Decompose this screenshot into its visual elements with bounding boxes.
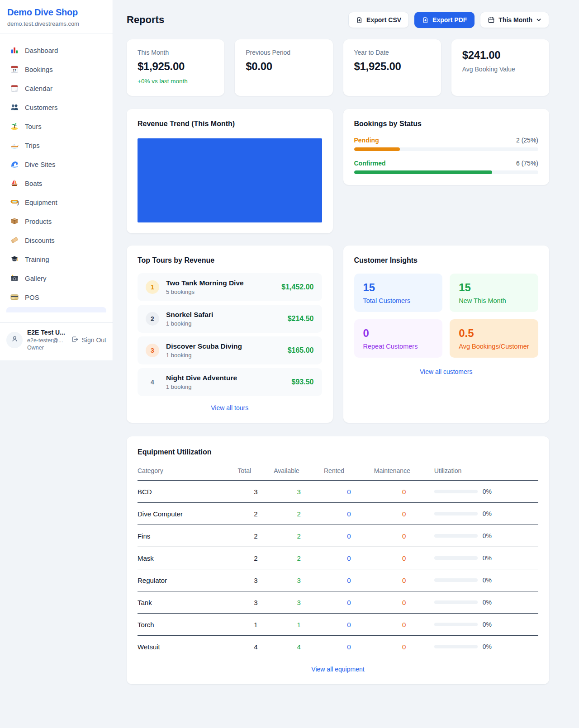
cell-available: 3: [274, 591, 324, 614]
sidebar-item-pos[interactable]: POS: [4, 288, 109, 306]
sidebar-item-dashboard[interactable]: Dashboard: [4, 41, 109, 59]
cell-maintenance: 0: [374, 614, 434, 636]
utilization-pct: 0%: [483, 554, 492, 562]
cell-maintenance: 0: [374, 636, 434, 658]
cell-rented: 0: [324, 481, 374, 503]
sidebar-item-discounts[interactable]: Discounts: [4, 231, 109, 249]
package-icon: [10, 217, 19, 226]
calendar-outline-icon: [488, 16, 495, 24]
row-charts: Revenue Trend (This Month) Bookings by S…: [127, 109, 549, 233]
cell-category: Fins: [138, 525, 238, 547]
cell-maintenance: 0: [374, 481, 434, 503]
cell-category: Tank: [138, 591, 238, 614]
table-row: Torch 1 1 0 0 0%: [138, 614, 538, 636]
sidebar-item-customers[interactable]: Customers: [4, 98, 109, 116]
export-pdf-button[interactable]: Export PDF: [414, 12, 475, 28]
cell-available: 2: [274, 525, 324, 547]
sign-out-icon: [71, 336, 79, 345]
sidebar-item-trips[interactable]: Trips: [4, 136, 109, 154]
cell-total: 3: [238, 591, 274, 614]
sidebar-item-reports-partial[interactable]: [6, 307, 106, 312]
app-layout: Demo Dive Shop demo.test.divestreams.com…: [0, 0, 579, 702]
stat-card-previous-period: Previous Period $0.00: [235, 39, 332, 96]
status-row-pending: Pending 2 (25%): [354, 137, 539, 151]
tile-value: 0.5: [459, 327, 529, 340]
revenue-trend-title: Revenue Trend (This Month): [138, 120, 322, 128]
header-actions: Export CSV Export PDF This Month: [348, 12, 549, 28]
cell-category: Torch: [138, 614, 238, 636]
cell-maintenance: 0: [374, 525, 434, 547]
sign-out-label: Sign Out: [82, 336, 106, 344]
tile-label: Total Customers: [363, 297, 434, 304]
cell-maintenance: 0: [374, 547, 434, 569]
shop-domain: demo.test.divestreams.com: [7, 20, 105, 27]
sidebar-item-tours[interactable]: Tours: [4, 117, 109, 135]
customers-icon: [10, 103, 19, 112]
cell-category: BCD: [138, 481, 238, 503]
col-available: Available: [274, 463, 324, 481]
equipment-utilization-card: Equipment Utilization Category Total Ava…: [127, 436, 549, 684]
sidebar-item-training[interactable]: Training: [4, 250, 109, 268]
period-label: This Month: [498, 16, 532, 24]
view-all-customers-link[interactable]: View all customers: [420, 368, 472, 375]
cell-rented: 0: [324, 591, 374, 614]
sidebar-item-label: Boats: [25, 180, 42, 187]
cell-total: 3: [238, 481, 274, 503]
tour-bookings: 1 booking: [166, 320, 281, 327]
utilization-bar: [434, 578, 478, 582]
tour-revenue: $93.50: [292, 378, 314, 386]
utilization-pct: 0%: [483, 532, 492, 539]
period-dropdown[interactable]: This Month: [480, 12, 549, 28]
tile-new-this-month: 15 New This Month: [450, 274, 538, 312]
graduation-cap-icon: [10, 255, 19, 264]
calendar-icon: [10, 84, 19, 93]
sidebar-item-equipment[interactable]: Equipment: [4, 193, 109, 211]
sailboat-icon: [10, 179, 19, 188]
status-bar-fill-pending: [354, 147, 400, 151]
sidebar-item-bookings[interactable]: 17 Bookings: [4, 60, 109, 78]
view-all-tours-link[interactable]: View all tours: [211, 404, 248, 411]
dashboard-icon: [10, 46, 19, 55]
rank-badge: 3: [146, 344, 159, 357]
sidebar-item-calendar[interactable]: Calendar: [4, 79, 109, 97]
sidebar-item-label: Gallery: [25, 274, 47, 282]
view-all-equipment-link[interactable]: View all equipment: [311, 666, 364, 673]
sidebar-item-label: Bookings: [25, 66, 53, 73]
bookings-calendar-icon: 17: [10, 65, 19, 74]
stat-value: $241.00: [462, 49, 538, 61]
sidebar-item-dive-sites[interactable]: Dive Sites: [4, 155, 109, 173]
col-category: Category: [138, 463, 238, 481]
user-role: Owner: [27, 344, 66, 351]
utilization-bar: [434, 645, 478, 648]
utilization-bar: [434, 623, 478, 626]
status-bar-track: [354, 170, 539, 174]
cell-rented: 0: [324, 503, 374, 525]
stat-value: $0.00: [246, 60, 322, 73]
sidebar-item-label: Training: [25, 255, 49, 263]
equipment-header-row: Category Total Available Rented Maintena…: [138, 463, 538, 481]
status-bar-fill-confirmed: [354, 170, 493, 174]
sidebar-item-label: Dashboard: [25, 47, 58, 54]
island-icon: [10, 122, 19, 131]
tile-label: Avg Bookings/Customer: [459, 343, 529, 350]
utilization-bar: [434, 512, 478, 515]
utilization-pct: 0%: [483, 488, 492, 495]
stat-value: $1,925.00: [138, 60, 214, 73]
sidebar-item-gallery[interactable]: Gallery: [4, 269, 109, 287]
utilization-pct: 0%: [483, 643, 492, 650]
table-row: Wetsuit 4 4 0 0 0%: [138, 636, 538, 658]
sidebar-item-label: Products: [25, 217, 52, 225]
sidebar-item-products[interactable]: Products: [4, 212, 109, 230]
table-row: Mask 2 2 0 0 0%: [138, 547, 538, 569]
cell-total: 2: [238, 547, 274, 569]
cell-rented: 0: [324, 636, 374, 658]
col-utilization: Utilization: [434, 463, 538, 481]
cell-category: Regulator: [138, 569, 238, 591]
credit-card-icon: [10, 293, 19, 302]
export-csv-button[interactable]: Export CSV: [348, 12, 409, 28]
sidebar-item-boats[interactable]: Boats: [4, 174, 109, 192]
sign-out-button[interactable]: Sign Out: [71, 336, 106, 345]
tour-bookings: 1 booking: [166, 383, 285, 390]
tour-revenue: $1,452.00: [281, 283, 313, 291]
equipment-table: Category Total Available Rented Maintena…: [138, 463, 538, 657]
